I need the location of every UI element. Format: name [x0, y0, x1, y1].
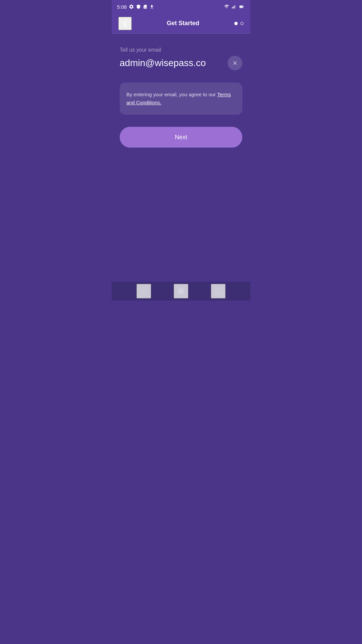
dot-inactive	[240, 22, 244, 25]
signal-icon	[232, 4, 236, 9]
back-button[interactable]	[118, 17, 132, 30]
square-icon	[215, 288, 221, 294]
gear-icon	[129, 4, 134, 9]
triangle-left-icon	[141, 288, 147, 294]
close-icon	[232, 60, 238, 66]
svg-rect-2	[234, 6, 235, 9]
android-recents-button[interactable]	[211, 284, 226, 299]
download-icon	[149, 4, 154, 9]
dot-active	[234, 22, 238, 25]
terms-text: By entering your email, you agree to our…	[126, 92, 231, 105]
email-value: admin@wisepass.co	[120, 58, 228, 68]
svg-rect-5	[243, 6, 244, 7]
android-back-button[interactable]	[136, 284, 151, 299]
bottom-nav	[112, 282, 250, 301]
svg-rect-6	[240, 6, 242, 7]
status-left: 5:08	[117, 4, 154, 10]
wifi-icon	[224, 4, 230, 9]
next-button-label: Next	[175, 134, 187, 141]
terms-text-prefix: By entering your email, you agree to our	[126, 92, 217, 97]
circle-icon	[177, 287, 185, 295]
page-dots	[234, 22, 244, 25]
shield-icon	[136, 4, 141, 9]
svg-rect-0	[232, 7, 233, 8]
svg-rect-3	[235, 5, 236, 8]
email-row: admin@wisepass.co	[120, 56, 242, 70]
email-label: Tell us your email	[120, 47, 242, 53]
page-title: Get Started	[167, 20, 199, 27]
clear-email-button[interactable]	[228, 56, 242, 70]
main-content: Tell us your email admin@wisepass.co By …	[112, 34, 250, 282]
status-bar: 5:08	[112, 0, 250, 13]
nav-bar: Get Started	[112, 13, 250, 34]
svg-rect-8	[216, 289, 221, 293]
battery-icon	[238, 4, 245, 9]
android-home-button[interactable]	[174, 284, 188, 299]
terms-box: By entering your email, you agree to our…	[120, 83, 242, 115]
chevron-left-icon	[123, 20, 127, 27]
svg-rect-1	[233, 6, 234, 8]
next-button[interactable]: Next	[120, 127, 242, 148]
svg-point-7	[178, 288, 184, 294]
status-time: 5:08	[117, 4, 127, 10]
sim-card-icon	[143, 4, 147, 9]
status-icons	[224, 4, 245, 9]
